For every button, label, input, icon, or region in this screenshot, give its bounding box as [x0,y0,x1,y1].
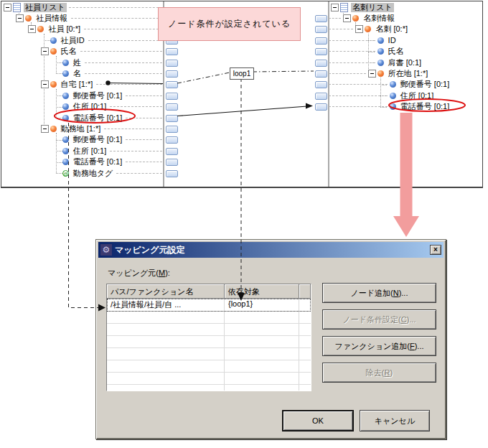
mapping-port[interactable] [166,70,178,78]
element-icon [50,81,57,88]
tree-node[interactable]: ID [327,35,482,46]
mapping-port[interactable] [315,37,327,45]
table-row-empty [107,373,311,385]
mapping-port[interactable] [315,93,327,100]
dialog-title: マッピング元設定 [115,244,430,256]
tree-node[interactable]: 住所 [0:1] [327,90,482,101]
leader-line [329,29,353,29]
tree-node[interactable]: 電話番号 [0:1] [1,113,164,123]
field-icon [62,70,69,77]
mapping-port[interactable] [315,48,327,55]
close-button[interactable]: × [430,245,441,255]
leader-line [85,62,162,63]
mapping-source-table: パス/ファンクション名 依存対象 /社員情報/社員/自 ... {loop1} [106,284,311,391]
mapping-port[interactable] [166,93,178,100]
expand-toggle-icon[interactable] [343,14,351,22]
leader-line [126,139,162,140]
tree-node[interactable]: 所在地 [1:*] [327,68,482,79]
element-icon [37,26,44,32]
column-header-path[interactable]: パス/ファンクション名 [107,284,225,299]
mapping-port[interactable] [315,60,327,67]
tree-node[interactable]: 社員リスト [1,2,164,13]
tree-node[interactable]: 郵便番号 [0:1] [327,79,482,90]
expand-toggle-icon[interactable] [41,47,49,55]
expand-toggle-icon[interactable] [355,25,363,33]
expand-toggle-icon[interactable] [4,4,11,11]
mapping-port[interactable] [166,48,178,55]
expand-toggle-icon[interactable] [331,4,339,11]
tree-node[interactable]: 氏名 [327,46,482,57]
tree-node[interactable]: 名刺 [0:*] [327,24,482,34]
tree-node[interactable]: 郵便番号 [0:1] [1,134,164,145]
tree-node[interactable]: 郵便番号 [0:1] [1,90,164,101]
mapping-port[interactable] [166,170,178,177]
dialog-titlebar[interactable]: ⚙ マッピング元設定 × [98,242,444,258]
element-icon [365,26,371,32]
tree-node[interactable]: 姓 [1,57,164,68]
field-icon [50,37,57,44]
indent-spacer [1,95,62,96]
expand-toggle-icon[interactable] [16,14,24,22]
expand-toggle-icon[interactable] [368,70,376,78]
tree-node[interactable]: 氏名 [1,46,164,57]
field-icon [62,159,69,165]
tree-node[interactable]: 住所 [0:1] [1,146,164,157]
attribute-icon: @ [62,170,69,177]
add-node-button[interactable]: ノード追加(N)... [322,283,436,303]
indent-spacer [1,162,62,162]
expand-toggle-icon[interactable] [41,125,49,133]
table-row-empty [107,336,311,348]
tree-node[interactable]: 電話番号 [0:1] [327,101,482,112]
mapping-port[interactable] [315,81,327,88]
indent-spacer [1,29,28,29]
mapping-port[interactable] [166,115,178,122]
indent-spacer [1,51,41,52]
mapping-port[interactable] [315,15,327,22]
tree-node[interactable]: 社員 [0:*] [1,24,164,34]
leader-line [69,7,162,8]
tree-node[interactable]: 社員情報 [1,13,164,24]
mapping-port[interactable] [166,60,178,67]
mapping-port[interactable] [166,159,178,166]
mapping-port[interactable] [315,26,327,33]
node-condition-button: ノード条件設定(C)... [322,309,436,330]
expand-toggle-icon[interactable] [28,25,36,33]
mapping-port[interactable] [166,126,178,133]
tree-node-label: 郵便番号 [0:1] [72,91,123,101]
expand-toggle-icon[interactable] [41,80,49,88]
tree-node[interactable]: 名刺情報 [327,13,482,24]
add-function-button[interactable]: ファンクション追加(F)... [322,336,436,356]
tree-node[interactable]: @勤務地タグ [1,168,164,179]
cell-empty [299,385,311,391]
tree-node[interactable]: 電話番号 [0:1] [1,157,164,167]
tree-node[interactable]: 自宅 [1:*] [1,79,164,90]
indent-spacer [1,40,50,41]
cancel-button[interactable]: キャンセル [360,410,430,431]
cell-empty [299,373,311,384]
tree-node[interactable]: 勤務地 [1:*] [1,123,164,134]
mapping-port[interactable] [315,70,327,78]
node-condition-callout: ノード条件が設定されている [158,7,301,41]
tree-node[interactable]: 名 [1,68,164,79]
column-header-dependency[interactable]: 依存対象 [225,284,299,299]
tree-node-label: 社員 [0:*] [47,24,82,34]
cell-empty [107,336,225,347]
leader-line [96,84,162,85]
mapping-port[interactable] [166,148,178,155]
mapping-port[interactable] [166,81,178,88]
table-row-selected[interactable]: /社員情報/社員/自 ... {loop1} [107,299,311,312]
mapping-port[interactable] [166,103,178,111]
mapping-port[interactable] [166,136,178,144]
tree-node[interactable]: 社員ID [1,35,164,46]
tree-node-label: 勤務地タグ [72,169,115,178]
table-row-empty [107,385,311,391]
ok-button[interactable]: OK [282,410,354,431]
tree-node[interactable]: 住所 [0:1] [1,101,164,112]
mapping-port[interactable] [315,103,327,111]
cell-empty [107,385,225,391]
tree-node[interactable]: 名刺リスト [327,2,482,13]
loop-function-label[interactable]: loop1 [230,67,254,80]
tree-node[interactable]: 肩書 [0:1] [327,57,482,68]
tree-node-label: 名刺情報 [362,14,396,23]
cell-empty [107,360,225,372]
